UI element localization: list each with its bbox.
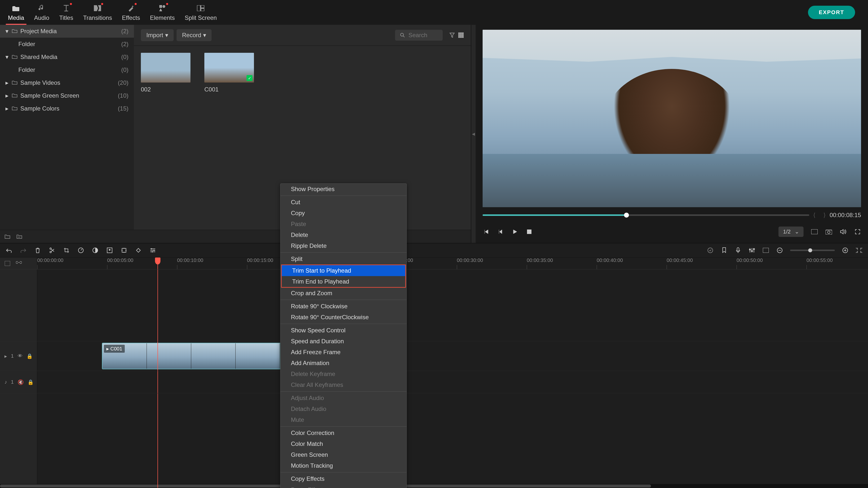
- clip-thumb-c001[interactable]: ✓C001: [204, 53, 254, 93]
- tree-item-sample-videos[interactable]: ▸Sample Videos(20): [0, 76, 134, 89]
- ctx-rotate-ccw[interactable]: Rotate 90° CounterClockwise: [280, 312, 406, 323]
- tab-audio[interactable]: Audio: [29, 1, 54, 25]
- ctx-motion-tracking[interactable]: Motion Tracking: [280, 460, 406, 471]
- scrub-handle[interactable]: [624, 213, 629, 218]
- tree-item-sample-green-screen[interactable]: ▸Sample Green Screen(10): [0, 89, 134, 102]
- scrub-track[interactable]: [483, 215, 809, 216]
- track-body-empty[interactable]: [37, 269, 868, 341]
- panel-collapse-handle[interactable]: ◂: [471, 25, 476, 243]
- video-track-body[interactable]: ▸C001: [37, 341, 868, 371]
- ctx-split[interactable]: Split: [280, 254, 406, 264]
- export-button[interactable]: EXPORT: [808, 6, 855, 19]
- tab-elements[interactable]: Elements: [145, 1, 180, 25]
- visibility-icon[interactable]: 👁: [18, 353, 23, 359]
- zoom-fit-icon[interactable]: [856, 247, 863, 254]
- ctx-ripple-delete[interactable]: Ripple Delete: [280, 240, 406, 251]
- render-icon[interactable]: [762, 247, 769, 254]
- snapshot-icon[interactable]: [825, 228, 832, 235]
- new-folder-icon[interactable]: [4, 233, 10, 239]
- lock-icon[interactable]: 🔒: [27, 353, 32, 359]
- speed-icon[interactable]: [78, 247, 84, 254]
- tree-toggle-icon[interactable]: ▸: [5, 92, 9, 99]
- undo-icon[interactable]: [5, 247, 12, 254]
- delete-icon[interactable]: [34, 247, 41, 254]
- settings-icon[interactable]: [149, 247, 156, 254]
- clip-image: ✓: [204, 53, 254, 83]
- ctx-cut[interactable]: Cut: [280, 197, 406, 208]
- import-button[interactable]: Import▾: [141, 29, 174, 41]
- stop-icon[interactable]: [526, 228, 533, 235]
- mixer-icon[interactable]: [748, 247, 755, 254]
- delete-folder-icon[interactable]: [17, 233, 22, 239]
- ctx-green-screen[interactable]: Green Screen: [280, 449, 406, 460]
- ctx-speed-duration[interactable]: Speed and Duration: [280, 336, 406, 347]
- voiceover-icon[interactable]: [735, 247, 742, 254]
- color-icon[interactable]: [92, 247, 99, 254]
- tree-item-project-media[interactable]: ▾Project Media(2): [0, 25, 134, 38]
- tree-item-folder[interactable]: Folder(2): [0, 38, 134, 51]
- track-settings-icon[interactable]: [4, 260, 10, 266]
- prev-clip-icon[interactable]: [483, 228, 490, 235]
- audio-track-body[interactable]: [37, 371, 868, 393]
- ctx-copy[interactable]: Copy: [280, 208, 406, 219]
- zoom-in-icon[interactable]: [842, 247, 849, 254]
- preview-canvas[interactable]: [483, 30, 861, 207]
- auto-ripple-icon[interactable]: [707, 247, 714, 254]
- crop-icon[interactable]: [63, 247, 70, 254]
- ctx-trim-end[interactable]: Trim End to Playhead: [282, 276, 405, 287]
- timeline-zoom-slider[interactable]: [790, 250, 835, 251]
- split-screen-icon: [196, 4, 205, 12]
- clip-thumb-c002[interactable]: 002: [141, 53, 190, 93]
- tree-item-folder[interactable]: Folder(0): [0, 63, 134, 76]
- svg-point-28: [152, 251, 153, 252]
- filter-icon[interactable]: [449, 32, 455, 38]
- tree-item-sample-colors[interactable]: ▸Sample Colors(15): [0, 102, 134, 115]
- svg-point-18: [828, 231, 830, 233]
- marker-icon[interactable]: [721, 247, 727, 254]
- volume-icon[interactable]: [840, 228, 847, 235]
- frame-next-icon[interactable]: ⟩: [819, 212, 830, 219]
- grid-view-icon[interactable]: [458, 32, 464, 38]
- ctx-color-match[interactable]: Color Match: [280, 438, 406, 449]
- ctx-trim-start[interactable]: Trim Start to Playhead: [282, 265, 405, 276]
- tree-toggle-icon[interactable]: ▸: [5, 79, 9, 86]
- mute-icon[interactable]: 🔇: [18, 379, 24, 385]
- ctx-show-speed[interactable]: Show Speed Control: [280, 325, 406, 336]
- ctx-show-properties[interactable]: Show Properties: [280, 184, 406, 195]
- timeline-scrollbar[interactable]: [0, 484, 868, 488]
- ctx-freeze-frame[interactable]: Add Freeze Frame: [280, 347, 406, 358]
- link-tracks-icon[interactable]: [16, 260, 22, 266]
- tree-toggle-icon[interactable]: ▾: [5, 28, 9, 35]
- tab-effects[interactable]: Effects: [117, 1, 145, 25]
- tab-split-screen[interactable]: Split Screen: [180, 1, 222, 25]
- redo-icon[interactable]: [20, 247, 27, 254]
- preview-scale-dropdown[interactable]: 1/2⌄: [778, 227, 804, 237]
- lock-icon[interactable]: 🔒: [28, 379, 33, 385]
- ctx-rotate-cw[interactable]: Rotate 90° Clockwise: [280, 301, 406, 312]
- ctx-color-correction[interactable]: Color Correction: [280, 427, 406, 438]
- tab-media[interactable]: Media: [3, 1, 29, 25]
- ctx-delete[interactable]: Delete: [280, 229, 406, 240]
- ctx-add-animation[interactable]: Add Animation: [280, 358, 406, 368]
- tree-item-shared-media[interactable]: ▾Shared Media(0): [0, 51, 134, 63]
- green-screen-icon[interactable]: [106, 247, 113, 254]
- tree-toggle-icon[interactable]: ▸: [5, 105, 9, 112]
- play-icon[interactable]: [512, 228, 518, 235]
- tab-transitions[interactable]: Transitions: [78, 1, 117, 25]
- ctx-crop-zoom[interactable]: Crop and Zoom: [280, 288, 406, 299]
- frame-prev-icon[interactable]: ⟨: [809, 212, 819, 219]
- keyframe-icon[interactable]: [135, 247, 142, 254]
- record-button[interactable]: Record▾: [177, 29, 212, 41]
- step-back-icon[interactable]: [497, 228, 504, 235]
- ctx-copy-effects[interactable]: Copy Effects: [280, 474, 406, 484]
- fullscreen-icon[interactable]: [854, 228, 861, 235]
- split-icon[interactable]: [49, 247, 56, 254]
- tab-titles[interactable]: Titles: [54, 1, 78, 25]
- quality-dropdown-icon[interactable]: [811, 228, 818, 235]
- search-input[interactable]: [408, 32, 438, 39]
- tree-toggle-icon[interactable]: ▾: [5, 54, 9, 61]
- track-body-empty[interactable]: [37, 393, 868, 488]
- motion-track-icon[interactable]: [121, 247, 127, 254]
- timeline-clip-c001[interactable]: ▸C001: [102, 343, 280, 369]
- zoom-out-icon[interactable]: [776, 247, 783, 254]
